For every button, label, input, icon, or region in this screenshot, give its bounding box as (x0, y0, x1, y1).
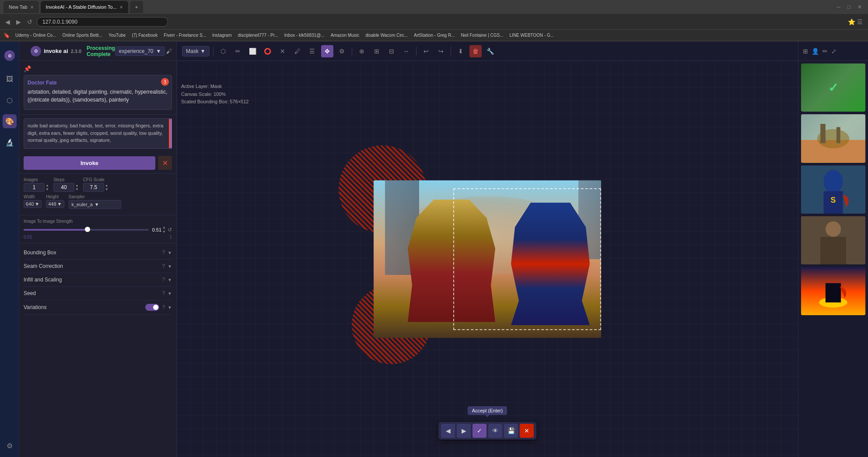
i2i-up-arrow[interactable]: ▲ (162, 225, 166, 229)
variations-info-icon[interactable]: ? (162, 304, 165, 310)
i2i-reset-icon[interactable]: ↺ (168, 227, 172, 233)
eye-button[interactable]: 👁 (488, 424, 502, 438)
rail-icon-training[interactable]: 🔬 (3, 135, 17, 149)
bookmark-facebook[interactable]: (7) Facebook (129, 32, 160, 39)
browser-minimize[interactable]: ─ (834, 4, 843, 10)
tool-brush-btn[interactable]: ✏ (232, 45, 244, 57)
positive-prompt-box[interactable]: Doctor Fate artstation, detailed, digita… (24, 75, 172, 110)
gallery-item-3[interactable]: S (801, 165, 865, 214)
tool-lasso-btn[interactable]: ⭕ (262, 45, 274, 57)
cfg-value[interactable]: 7.5 (83, 183, 104, 192)
mask-dropdown[interactable]: Mask ▼ (182, 46, 210, 56)
prev-button[interactable]: ◀ (441, 424, 455, 438)
browser-close[interactable]: ✕ (855, 4, 864, 10)
tool-transform-btn[interactable]: ⊟ (385, 45, 398, 57)
bookmark-inbox[interactable]: Inbox - klk56831@... (282, 32, 327, 39)
cfg-up-arrow[interactable]: ▲ (105, 184, 108, 187)
gallery-pen-icon[interactable]: ✏ (822, 48, 828, 55)
accordion-seed-header[interactable]: Seed ? ▼ (24, 290, 172, 296)
sampler-select[interactable]: k_euler_a ▼ (69, 200, 121, 209)
bookmark-instagram[interactable]: Instagram (210, 32, 234, 39)
gallery-item-4[interactable] (801, 216, 865, 264)
tool-connect-btn[interactable]: ⬡ (217, 45, 229, 57)
tab-new[interactable]: + (130, 1, 143, 13)
gallery-item-1[interactable]: ✓ (801, 63, 865, 112)
steps-down-arrow[interactable]: ▼ (75, 188, 79, 191)
bookmark-disciple[interactable]: discipleneil777 - Pr... (235, 32, 280, 39)
steps-up-arrow[interactable]: ▲ (75, 184, 79, 187)
bounding-box-info-icon[interactable]: ? (162, 250, 165, 256)
tool-delete-btn[interactable]: 🗑 (469, 45, 482, 57)
tool-menu-btn[interactable]: ☰ (306, 45, 318, 57)
canvas-viewport[interactable]: Active Layer: Mask Canvas Scale: 100% Sc… (177, 61, 798, 457)
cfg-down-arrow[interactable]: ▼ (105, 188, 108, 191)
variations-toggle[interactable] (145, 304, 159, 311)
tool-flip-btn[interactable]: ↔ (400, 45, 413, 57)
gallery-item-5[interactable] (801, 267, 865, 315)
address-bar[interactable] (37, 17, 168, 27)
bookmark-webtoon[interactable]: LINE WEBTOON - G... (507, 32, 557, 39)
tool-settings-btn[interactable]: ⚙ (336, 45, 348, 57)
width-select[interactable]: 640 ▼ (24, 200, 42, 208)
gallery-grid-icon[interactable]: ⊞ (803, 48, 808, 55)
height-select[interactable]: 448 ▼ (46, 200, 64, 208)
bookmark-fiverr[interactable]: Fiverr - Freelance S... (161, 32, 209, 39)
gallery-person-icon[interactable]: 👤 (812, 48, 819, 55)
accept-button[interactable]: ✓ (472, 424, 486, 438)
accordion-variations-header[interactable]: Variations ? ▼ (24, 304, 172, 311)
tool-undo-btn[interactable]: ↩ (420, 45, 432, 57)
bookmark-youtube[interactable]: YouTube (106, 32, 128, 39)
invoke-button[interactable]: Invoke (24, 156, 155, 170)
images-value[interactable]: 1 (24, 183, 45, 192)
i2i-slider-track[interactable] (24, 229, 149, 231)
next-button[interactable]: ▶ (457, 424, 471, 438)
accordion-bounding-box-header[interactable]: Bounding Box ? ▼ (24, 250, 172, 256)
rail-icon-canvas[interactable]: 🎨 (3, 114, 17, 128)
steps-value[interactable]: 40 (53, 183, 74, 192)
bookmark-sports[interactable]: Online Sports Betti... (60, 32, 105, 39)
seed-info-icon[interactable]: ? (162, 290, 165, 296)
bookmark-udemy[interactable]: Udemy - Online Co... (13, 32, 59, 39)
header-brush-icon[interactable]: 🖌 (165, 47, 173, 56)
tool-move-btn[interactable]: ✥ (321, 45, 333, 57)
tool-pen-btn[interactable]: 🖊 (291, 45, 304, 57)
tab-invokeai[interactable]: InvokeAI - A Stable Diffusion To... ✕ (41, 1, 128, 13)
experience-selector[interactable]: experience_70 ▼ (115, 46, 165, 56)
bookmark-neil[interactable]: Neil Fontaine | CGS... (458, 32, 506, 39)
rail-icon-settings[interactable]: ⚙ (3, 439, 17, 453)
images-up-arrow[interactable]: ▲ (46, 184, 49, 187)
images-down-arrow[interactable]: ▼ (46, 188, 49, 191)
infill-info-icon[interactable]: ? (162, 277, 165, 283)
tool-close-btn[interactable]: ✕ (276, 45, 289, 57)
browser-back[interactable]: ◀ (4, 18, 12, 26)
tab-newtab-close[interactable]: ✕ (30, 5, 34, 10)
tab-invokeai-close[interactable]: ✕ (119, 5, 123, 10)
bookmark-amazon[interactable]: Amazon Music (328, 32, 362, 39)
bookmark-artstation[interactable]: ArtStation - Greg R... (411, 32, 457, 39)
rail-icon-gallery[interactable]: 🖼 (3, 72, 17, 86)
tab-newtab[interactable]: New Tab ✕ (4, 1, 39, 13)
tool-stamp-btn[interactable]: ⊕ (356, 45, 368, 57)
tool-download-btn[interactable]: ⬇ (455, 45, 467, 57)
i2i-down-arrow[interactable]: ▼ (162, 230, 166, 234)
discard-button[interactable]: ✕ (520, 424, 534, 438)
tool-layer-btn[interactable]: ⊞ (371, 45, 383, 57)
gallery-expand-icon[interactable]: ⤢ (831, 48, 836, 55)
tool-eraser-btn[interactable]: ⬜ (247, 45, 259, 57)
negative-prompt-box[interactable]: nude bad anatomy, bad hands, text, error… (24, 118, 172, 149)
accordion-infill-header[interactable]: Infill and Scaling ? ▼ (24, 277, 172, 283)
browser-forward[interactable]: ▶ (14, 18, 23, 26)
seam-info-icon[interactable]: ? (162, 263, 165, 269)
save-button[interactable]: 💾 (504, 424, 518, 438)
browser-reload[interactable]: ↺ (25, 18, 34, 26)
accordion-seam-correction-header[interactable]: Seam Correction ? ▼ (24, 263, 172, 269)
prompt-pin-icon[interactable]: 📌 (24, 65, 31, 72)
tool-redo-btn[interactable]: ↪ (435, 45, 447, 57)
tool-wrench-btn[interactable]: 🔧 (484, 45, 497, 57)
gallery-item-2[interactable] (801, 114, 865, 162)
bookmark-wacom[interactable]: disable Wacom Circ... (363, 32, 410, 39)
rail-icon-nodes[interactable]: ⬡ (3, 93, 17, 107)
cancel-button[interactable]: ✕ (158, 156, 172, 170)
browser-maximize[interactable]: □ (845, 4, 853, 10)
i2i-slider-thumb[interactable] (85, 227, 90, 232)
